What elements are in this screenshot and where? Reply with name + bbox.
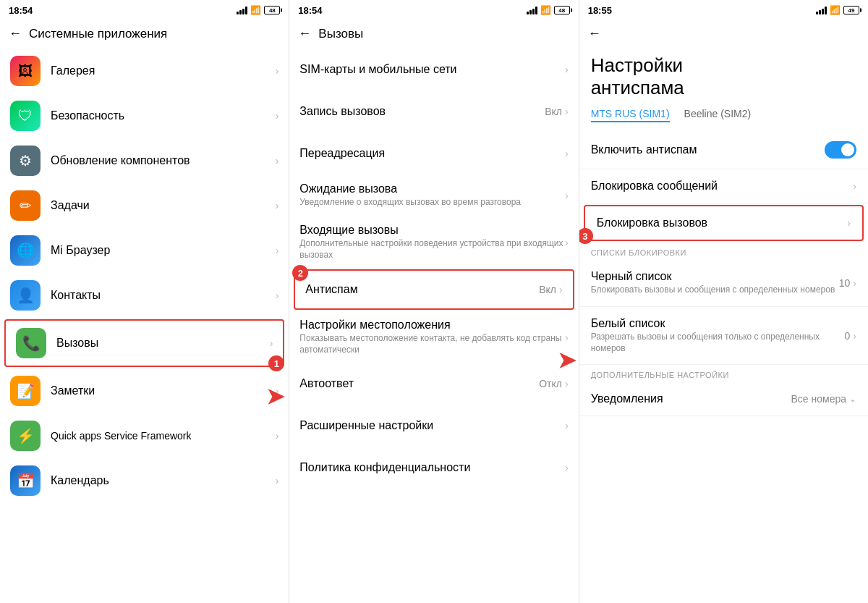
back-button-2[interactable]: ← [298, 26, 311, 41]
signal-icon-1 [237, 6, 247, 14]
back-button-1[interactable]: ← [9, 26, 22, 41]
status-icons-1: 📶 48 [237, 5, 280, 15]
blacklist-row[interactable]: Черный список Блокировать вызовы и сообщ… [579, 260, 868, 307]
block-messages-text: Блокировка сообщений [591, 180, 854, 193]
incoming-chevron: › [565, 237, 569, 248]
block-calls-title: Блокировка вызовов [597, 216, 848, 229]
autoreply-text: Автоответ [299, 377, 539, 390]
block-messages-title: Блокировка сообщений [591, 180, 854, 193]
time-2: 18:54 [298, 5, 322, 16]
sim-tab-2[interactable]: Beeline (SIM2) [684, 108, 752, 122]
list-item-advanced[interactable]: Расширенные настройки › [289, 405, 578, 447]
qapps-chevron: › [276, 430, 279, 442]
gallery-icon: 🖼 [10, 56, 41, 86]
time-3: 18:55 [588, 5, 612, 16]
qapps-text: Quick apps Service Framework [51, 430, 276, 442]
antispam-text: Антиспам [305, 283, 539, 296]
sim-tab-1[interactable]: MTS RUS (SIM1) [591, 108, 670, 122]
list-item-policy[interactable]: Политика конфиденциальности › [289, 447, 578, 489]
waiting-label: Ожидание вызова [299, 182, 565, 195]
back-button-3[interactable]: ← [588, 26, 601, 41]
location-label: Настройки местоположения [299, 319, 565, 332]
tasks-icon: ✏ [10, 190, 41, 221]
list-item-notes[interactable]: 📝 Заметки › [0, 368, 289, 413]
list-item-security[interactable]: 🛡 Безопасность › [0, 93, 289, 138]
antispam-chevron: › [559, 284, 563, 295]
whitelist-row[interactable]: Белый список Разрешать вызовы и сообщени… [579, 307, 868, 365]
list-item-incoming[interactable]: Входящие вызовы Дополнительные настройки… [289, 216, 578, 268]
location-text: Настройки местоположения Показывать мест… [299, 319, 565, 355]
waiting-text: Ожидание вызова Уведомление о входящих в… [299, 182, 565, 208]
header-1: ← Системные приложения [0, 20, 289, 49]
record-value: Вкл [545, 106, 562, 117]
list-item-antispam[interactable]: Антиспам Вкл › 2 [294, 269, 574, 310]
list-item-calls[interactable]: 📞 Вызовы › 1 [4, 319, 284, 367]
list-item-forward[interactable]: Переадресация › [289, 132, 578, 174]
contacts-text: Контакты [51, 289, 276, 302]
enable-antispam-row[interactable]: Включить антиспам [579, 131, 868, 169]
notifications-row[interactable]: Уведомления Все номера ⌄ [579, 382, 868, 416]
list-item-location[interactable]: Настройки местоположения Показывать мест… [289, 311, 578, 363]
list-item-tasks[interactable]: ✏ Задачи › [0, 183, 289, 228]
status-icons-2: 📶 48 [527, 5, 570, 15]
browser-text: Mi Браузер [51, 244, 276, 257]
record-label: Запись вызовов [299, 105, 545, 118]
gallery-chevron: › [276, 65, 279, 77]
sim-label: SIM-карты и мобильные сети [299, 63, 565, 76]
signal-icon-3 [816, 6, 827, 14]
list-item-waiting[interactable]: Ожидание вызова Уведомление о входящих в… [289, 174, 578, 216]
incoming-label: Входящие вызовы [299, 224, 565, 237]
list-item-calendar[interactable]: 📅 Календарь › [0, 458, 289, 503]
autoreply-label: Автоответ [299, 377, 539, 390]
calendar-text: Календарь [51, 474, 276, 487]
tasks-text: Задачи [51, 199, 276, 212]
header-3: ← [579, 20, 868, 49]
forward-label: Переадресация [299, 147, 565, 160]
security-text: Безопасность [51, 109, 276, 122]
antispam-toggle[interactable] [825, 141, 856, 159]
status-bar-3: 18:55 📶 49 [579, 0, 868, 20]
forward-text: Переадресация [299, 147, 565, 160]
status-bar-1: 18:54 📶 48 [0, 0, 289, 20]
blacklist-title: Черный список [591, 270, 839, 283]
list-item-qapps[interactable]: ⚡ Quick apps Service Framework › [0, 413, 289, 458]
calls-settings-list: SIM-карты и мобильные сети › Запись вызо… [289, 49, 578, 603]
notes-label: Заметки [51, 384, 276, 397]
header-2: ← Вызовы [289, 20, 578, 49]
gallery-label: Галерея [51, 64, 276, 77]
record-chevron: › [565, 106, 569, 117]
calls-label: Вызовы [56, 337, 270, 350]
list-item-autoreply[interactable]: Автоответ Откл › [289, 363, 578, 405]
calls-text: Вызовы [56, 337, 270, 350]
list-item-browser[interactable]: 🌐 Mi Браузер › [0, 228, 289, 273]
list-item-gallery[interactable]: 🖼 Галерея › [0, 49, 289, 93]
contacts-icon: 👤 [10, 280, 41, 311]
list-item-record[interactable]: Запись вызовов Вкл › [289, 90, 578, 132]
waiting-subtitle: Уведомление о входящих вызовах во время … [299, 197, 565, 208]
browser-icon: 🌐 [10, 235, 41, 266]
block-calls-row[interactable]: Блокировка вызовов › 3 [584, 205, 864, 241]
whitelist-value: 0 [845, 330, 851, 342]
policy-chevron: › [565, 462, 569, 473]
blacklist-text: Черный список Блокировать вызовы и сообщ… [591, 270, 839, 296]
incoming-text: Входящие вызовы Дополнительные настройки… [299, 224, 565, 261]
wifi-icon-2: 📶 [540, 5, 551, 15]
browser-label: Mi Браузер [51, 244, 276, 257]
advanced-label: Расширенные настройки [299, 419, 565, 432]
blacklist-subtitle: Блокировать вызовы и сообщения с определ… [591, 284, 839, 296]
list-item-contacts[interactable]: 👤 Контакты › [0, 273, 289, 318]
page-title-antispam: Настройкиантиспама [579, 49, 868, 108]
notifications-value: Все номера [791, 393, 846, 405]
battery-icon-1: 48 [264, 6, 280, 14]
update-label: Обновление компонентов [51, 154, 276, 167]
list-item-update[interactable]: ⚙ Обновление компонентов › [0, 138, 289, 183]
calls-icon: 📞 [16, 328, 46, 358]
status-icons-3: 📶 49 [816, 5, 859, 15]
record-text: Запись вызовов [299, 105, 545, 118]
block-messages-row[interactable]: Блокировка сообщений › [579, 169, 868, 203]
signal-icon-2 [527, 6, 537, 14]
autoreply-value: Откл [539, 378, 562, 389]
sim-text: SIM-карты и мобильные сети [299, 63, 565, 76]
list-item-sim[interactable]: SIM-карты и мобильные сети › [289, 49, 578, 90]
security-icon: 🛡 [10, 101, 41, 131]
